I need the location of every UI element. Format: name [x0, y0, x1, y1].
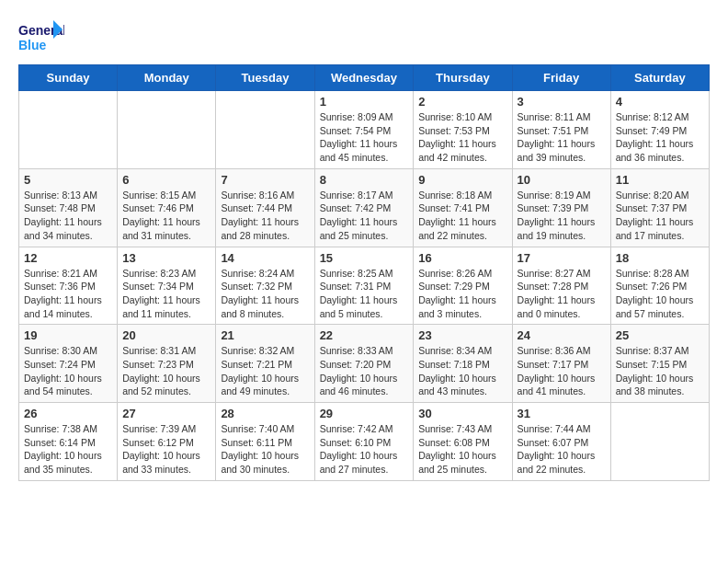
day-number: 3 [518, 95, 606, 109]
calendar: SundayMondayTuesdayWednesdayThursdayFrid… [18, 64, 710, 481]
day-number: 10 [518, 173, 606, 187]
day-number: 4 [616, 95, 704, 109]
day-number: 17 [518, 251, 606, 265]
day-info: Sunrise: 8:27 AM Sunset: 7:28 PM Dayligh… [518, 267, 606, 321]
day-number: 20 [122, 328, 210, 342]
day-info: Sunrise: 8:31 AM Sunset: 7:23 PM Dayligh… [122, 344, 210, 398]
day-info: Sunrise: 8:17 AM Sunset: 7:42 PM Dayligh… [320, 189, 409, 243]
day-number: 11 [616, 173, 704, 187]
week-row-5: 26Sunrise: 7:38 AM Sunset: 6:14 PM Dayli… [19, 403, 710, 481]
day-number: 24 [518, 328, 606, 342]
calendar-cell: 17Sunrise: 8:27 AM Sunset: 7:28 PM Dayli… [512, 247, 610, 325]
logo-svg: GeneralBlue [18, 18, 64, 55]
week-row-1: 1Sunrise: 8:09 AM Sunset: 7:54 PM Daylig… [19, 91, 710, 169]
calendar-cell: 26Sunrise: 7:38 AM Sunset: 6:14 PM Dayli… [19, 403, 118, 481]
weekday-header-row: SundayMondayTuesdayWednesdayThursdayFrid… [19, 65, 710, 91]
day-number: 25 [616, 328, 704, 342]
calendar-cell: 3Sunrise: 8:11 AM Sunset: 7:51 PM Daylig… [512, 91, 610, 169]
calendar-cell [19, 91, 118, 169]
weekday-header-monday: Monday [118, 65, 216, 91]
weekday-header-tuesday: Tuesday [216, 65, 314, 91]
calendar-cell: 29Sunrise: 7:42 AM Sunset: 6:10 PM Dayli… [314, 403, 414, 481]
weekday-header-thursday: Thursday [414, 65, 512, 91]
day-number: 13 [122, 251, 210, 265]
calendar-cell: 19Sunrise: 8:30 AM Sunset: 7:24 PM Dayli… [19, 325, 118, 403]
calendar-cell: 12Sunrise: 8:21 AM Sunset: 7:36 PM Dayli… [19, 247, 118, 325]
day-info: Sunrise: 8:09 AM Sunset: 7:54 PM Dayligh… [320, 110, 409, 165]
day-info: Sunrise: 8:25 AM Sunset: 7:31 PM Dayligh… [320, 267, 409, 321]
day-info: Sunrise: 8:19 AM Sunset: 7:39 PM Dayligh… [518, 189, 606, 243]
weekday-header-friday: Friday [512, 65, 610, 91]
calendar-cell: 30Sunrise: 7:43 AM Sunset: 6:08 PM Dayli… [414, 403, 512, 481]
day-info: Sunrise: 8:37 AM Sunset: 7:15 PM Dayligh… [616, 344, 704, 398]
calendar-cell: 16Sunrise: 8:26 AM Sunset: 7:29 PM Dayli… [414, 247, 512, 325]
calendar-cell: 6Sunrise: 8:15 AM Sunset: 7:46 PM Daylig… [118, 168, 216, 247]
day-info: Sunrise: 8:33 AM Sunset: 7:20 PM Dayligh… [320, 344, 409, 398]
calendar-cell: 2Sunrise: 8:10 AM Sunset: 7:53 PM Daylig… [414, 91, 512, 169]
day-info: Sunrise: 8:10 AM Sunset: 7:53 PM Dayligh… [418, 110, 506, 165]
calendar-cell: 14Sunrise: 8:24 AM Sunset: 7:32 PM Dayli… [216, 247, 314, 325]
calendar-cell: 24Sunrise: 8:36 AM Sunset: 7:17 PM Dayli… [512, 325, 610, 403]
day-info: Sunrise: 7:38 AM Sunset: 6:14 PM Dayligh… [24, 422, 112, 477]
day-number: 7 [221, 173, 309, 187]
weekday-header-wednesday: Wednesday [314, 65, 414, 91]
calendar-cell: 10Sunrise: 8:19 AM Sunset: 7:39 PM Dayli… [512, 168, 610, 247]
calendar-cell: 28Sunrise: 7:40 AM Sunset: 6:11 PM Dayli… [216, 403, 314, 481]
calendar-cell: 31Sunrise: 7:44 AM Sunset: 6:07 PM Dayli… [512, 403, 610, 481]
logo: GeneralBlue [18, 18, 64, 55]
calendar-cell [216, 91, 314, 169]
calendar-cell: 9Sunrise: 8:18 AM Sunset: 7:41 PM Daylig… [414, 168, 512, 247]
weekday-header-sunday: Sunday [19, 65, 118, 91]
day-info: Sunrise: 7:40 AM Sunset: 6:11 PM Dayligh… [221, 422, 309, 477]
day-number: 28 [221, 407, 309, 420]
calendar-cell: 11Sunrise: 8:20 AM Sunset: 7:37 PM Dayli… [610, 168, 709, 247]
day-info: Sunrise: 7:44 AM Sunset: 6:07 PM Dayligh… [518, 422, 606, 477]
day-number: 27 [122, 407, 210, 420]
day-info: Sunrise: 7:42 AM Sunset: 6:10 PM Dayligh… [320, 422, 409, 477]
week-row-3: 12Sunrise: 8:21 AM Sunset: 7:36 PM Dayli… [19, 247, 710, 325]
calendar-cell [118, 91, 216, 169]
day-info: Sunrise: 8:13 AM Sunset: 7:48 PM Dayligh… [24, 189, 112, 243]
calendar-cell: 1Sunrise: 8:09 AM Sunset: 7:54 PM Daylig… [314, 91, 414, 169]
day-number: 30 [418, 407, 506, 420]
day-info: Sunrise: 8:20 AM Sunset: 7:37 PM Dayligh… [616, 189, 704, 243]
calendar-cell: 23Sunrise: 8:34 AM Sunset: 7:18 PM Dayli… [414, 325, 512, 403]
day-number: 26 [24, 407, 112, 420]
weekday-header-saturday: Saturday [610, 65, 709, 91]
day-info: Sunrise: 8:34 AM Sunset: 7:18 PM Dayligh… [418, 344, 506, 398]
day-number: 12 [24, 251, 112, 265]
day-number: 8 [320, 173, 409, 187]
day-info: Sunrise: 8:36 AM Sunset: 7:17 PM Dayligh… [518, 344, 606, 398]
day-info: Sunrise: 7:39 AM Sunset: 6:12 PM Dayligh… [122, 422, 210, 477]
svg-text:Blue: Blue [18, 38, 47, 52]
day-info: Sunrise: 8:32 AM Sunset: 7:21 PM Dayligh… [221, 344, 309, 398]
day-number: 14 [221, 251, 309, 265]
calendar-cell: 4Sunrise: 8:12 AM Sunset: 7:49 PM Daylig… [610, 91, 709, 169]
day-number: 16 [418, 251, 506, 265]
calendar-cell: 21Sunrise: 8:32 AM Sunset: 7:21 PM Dayli… [216, 325, 314, 403]
day-number: 9 [418, 173, 506, 187]
calendar-cell: 5Sunrise: 8:13 AM Sunset: 7:48 PM Daylig… [19, 168, 118, 247]
day-number: 29 [320, 407, 409, 420]
day-info: Sunrise: 8:26 AM Sunset: 7:29 PM Dayligh… [418, 267, 506, 321]
day-info: Sunrise: 8:21 AM Sunset: 7:36 PM Dayligh… [24, 267, 112, 321]
day-info: Sunrise: 8:28 AM Sunset: 7:26 PM Dayligh… [616, 267, 704, 321]
calendar-cell [610, 403, 709, 481]
header: GeneralBlue [18, 18, 710, 55]
day-info: Sunrise: 8:15 AM Sunset: 7:46 PM Dayligh… [122, 189, 210, 243]
day-info: Sunrise: 8:12 AM Sunset: 7:49 PM Dayligh… [616, 110, 704, 165]
day-number: 21 [221, 328, 309, 342]
day-number: 31 [518, 407, 606, 420]
day-number: 18 [616, 251, 704, 265]
day-info: Sunrise: 8:24 AM Sunset: 7:32 PM Dayligh… [221, 267, 309, 321]
day-number: 19 [24, 328, 112, 342]
day-info: Sunrise: 8:18 AM Sunset: 7:41 PM Dayligh… [418, 189, 506, 243]
calendar-cell: 25Sunrise: 8:37 AM Sunset: 7:15 PM Dayli… [610, 325, 709, 403]
day-number: 23 [418, 328, 506, 342]
calendar-cell: 22Sunrise: 8:33 AM Sunset: 7:20 PM Dayli… [314, 325, 414, 403]
week-row-4: 19Sunrise: 8:30 AM Sunset: 7:24 PM Dayli… [19, 325, 710, 403]
day-info: Sunrise: 8:23 AM Sunset: 7:34 PM Dayligh… [122, 267, 210, 321]
week-row-2: 5Sunrise: 8:13 AM Sunset: 7:48 PM Daylig… [19, 168, 710, 247]
calendar-cell: 27Sunrise: 7:39 AM Sunset: 6:12 PM Dayli… [118, 403, 216, 481]
day-number: 22 [320, 328, 409, 342]
